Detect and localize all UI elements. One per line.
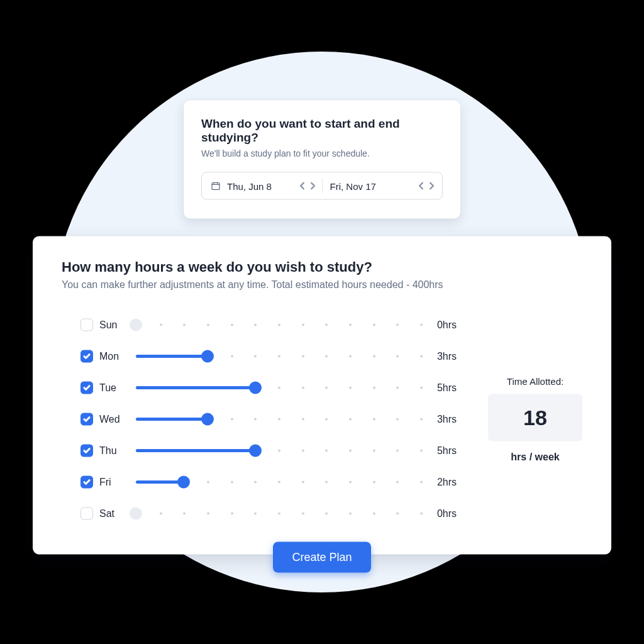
date-separator [322, 179, 323, 194]
day-hours-value: 2hrs [426, 477, 457, 488]
hours-slider[interactable] [136, 349, 423, 364]
create-wrap: Create Plan [273, 542, 370, 573]
day-hours-value: 5hrs [426, 445, 457, 457]
slider-thumb[interactable] [130, 508, 142, 520]
day-label: Sun [99, 319, 132, 331]
day-row: Wed3hrs [80, 404, 457, 435]
calendar-icon [211, 181, 221, 191]
day-checkbox[interactable] [80, 350, 93, 363]
time-allotted-unit: hrs / week [488, 452, 582, 463]
day-hours-value: 0hrs [426, 319, 457, 331]
day-label: Fri [99, 477, 132, 488]
day-row: Thu5hrs [80, 435, 457, 467]
slider-thumb[interactable] [249, 382, 262, 394]
hours-card: How many hours a week do you wish to stu… [33, 236, 611, 555]
slider-thumb[interactable] [130, 319, 142, 331]
start-date-section: Thu, Jun 8 [211, 173, 317, 199]
day-label: Tue [99, 382, 132, 394]
hours-card-title: How many hours a week do you wish to stu… [62, 259, 582, 275]
hours-slider[interactable] [136, 475, 423, 490]
slider-thumb[interactable] [177, 476, 190, 489]
day-checkbox[interactable] [80, 413, 93, 426]
day-checkbox[interactable] [80, 476, 93, 489]
hours-main-row: Sun0hrsMon3hrsTue5hrsWed3hrsThu5hrsFri2h… [62, 309, 582, 530]
day-hours-value: 3hrs [426, 414, 457, 425]
hours-slider[interactable] [136, 443, 423, 458]
svg-rect-0 [212, 183, 219, 190]
hours-slider[interactable] [136, 380, 423, 396]
content-wrap: When do you want to start and end studyi… [0, 72, 644, 573]
start-next-icon[interactable] [308, 182, 317, 191]
hours-slider[interactable] [136, 506, 423, 521]
day-label: Wed [99, 414, 132, 425]
date-range-box: Thu, Jun 8 Fri, Nov 17 [201, 172, 443, 200]
slider-thumb[interactable] [201, 413, 214, 426]
end-date-section: Fri, Nov 17 [330, 173, 436, 199]
slider-thumb[interactable] [201, 350, 214, 363]
day-checkbox[interactable] [80, 445, 93, 457]
create-plan-button[interactable]: Create Plan [273, 542, 370, 573]
day-row: Tue5hrs [80, 372, 457, 404]
day-hours-value: 0hrs [426, 508, 457, 519]
day-checkbox[interactable] [80, 319, 93, 331]
day-checkbox[interactable] [80, 382, 93, 394]
hours-slider[interactable] [136, 412, 423, 427]
end-next-icon[interactable] [427, 182, 436, 191]
day-hours-value: 5hrs [426, 382, 457, 394]
day-hours-value: 3hrs [426, 351, 457, 362]
start-date-value[interactable]: Thu, Jun 8 [227, 180, 292, 191]
end-prev-icon[interactable] [417, 182, 426, 191]
hours-card-subtitle: You can make further adjustments at any … [62, 279, 582, 291]
date-card: When do you want to start and end studyi… [184, 101, 460, 219]
start-prev-icon[interactable] [298, 182, 307, 191]
end-date-value[interactable]: Fri, Nov 17 [330, 180, 411, 191]
day-row: Sat0hrs [80, 498, 457, 530]
day-label: Mon [99, 351, 132, 362]
hours-slider[interactable] [136, 318, 423, 333]
day-checkbox[interactable] [80, 508, 93, 520]
time-allotted-value: 18 [488, 394, 582, 441]
day-row: Fri2hrs [80, 467, 457, 498]
date-card-subtitle: We'll build a study plan to fit your sch… [201, 148, 443, 158]
sliders-column: Sun0hrsMon3hrsTue5hrsWed3hrsThu5hrsFri2h… [62, 309, 475, 530]
day-row: Mon3hrs [80, 341, 457, 372]
slider-thumb[interactable] [249, 445, 262, 457]
day-label: Sat [99, 508, 132, 519]
day-row: Sun0hrs [80, 309, 457, 341]
day-label: Thu [99, 445, 132, 457]
date-card-title: When do you want to start and end studyi… [201, 117, 443, 145]
time-allotted-label: Time Allotted: [488, 376, 582, 387]
time-allotted-panel: Time Allotted: 18 hrs / week [488, 376, 582, 463]
